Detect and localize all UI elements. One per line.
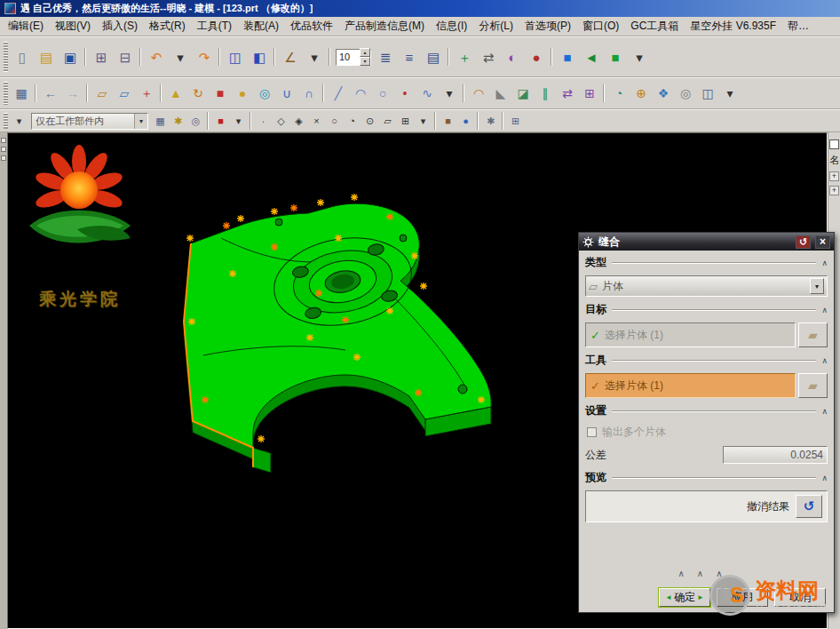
measure-dropdown-caret[interactable]: ▾ xyxy=(303,45,326,68)
undo-icon[interactable]: ↶ xyxy=(145,45,168,68)
toolbar-grip[interactable] xyxy=(4,113,8,129)
collapse-chevron-icon[interactable]: ∧ xyxy=(821,306,828,314)
save-icon[interactable]: ▣ xyxy=(59,45,82,68)
gear-icon[interactable]: ✱ xyxy=(482,113,499,130)
menu-item[interactable]: 窗口(O) xyxy=(577,17,624,36)
csys-icon[interactable]: ＋ xyxy=(136,83,157,104)
snap-quadrant-icon[interactable]: ◔ xyxy=(344,113,361,130)
menu-item[interactable]: GC工具箱 xyxy=(625,17,684,36)
stop-selection-icon[interactable]: ■ xyxy=(212,113,229,130)
snap-caret[interactable]: ▾ xyxy=(415,113,432,130)
history-book-icon[interactable]: ◫ xyxy=(224,45,247,68)
snap-point-icon[interactable]: ∙ xyxy=(255,113,272,130)
hole-icon[interactable]: ◎ xyxy=(254,83,275,104)
menu-item[interactable]: 首选项(P) xyxy=(519,17,576,36)
dock-marker-icon[interactable] xyxy=(1,155,6,161)
snap-grid-icon[interactable]: ⊞ xyxy=(397,113,414,130)
block-icon[interactable]: ■ xyxy=(210,83,231,104)
snap-midpoint-icon[interactable]: ◈ xyxy=(290,113,307,130)
layer-spin-buttons[interactable]: ▴▾ xyxy=(360,48,370,66)
line-icon[interactable]: ╱ xyxy=(328,83,349,104)
gear-icon[interactable] xyxy=(582,236,594,248)
spin-up-icon[interactable]: ▴ xyxy=(360,48,370,57)
layer-category-icon[interactable]: ≡ xyxy=(398,45,421,68)
mirror-icon[interactable]: ⇄ xyxy=(557,83,578,104)
datum-csys-icon[interactable]: ＋ xyxy=(453,45,476,68)
menu-item[interactable]: 优品软件 xyxy=(285,17,338,36)
window-titlebar[interactable]: 遇 自己优秀，然后更骄傲的生活--明晓 - 建模 - [123.prt （修改的… xyxy=(0,0,840,17)
back-arrow-icon[interactable]: ← xyxy=(40,83,61,104)
type-dropdown[interactable]: ▱ 片体 ▾ xyxy=(585,275,828,297)
trim-body-icon[interactable]: ◪ xyxy=(512,83,534,104)
general-selection-icon[interactable]: ✱ xyxy=(170,113,186,130)
forward-arrow-icon[interactable]: → xyxy=(62,83,83,104)
output-multiple-checkbox[interactable] xyxy=(587,427,597,437)
swap-view-icon[interactable]: ⇄ xyxy=(477,45,500,68)
highlight-icon[interactable]: ◎ xyxy=(187,113,204,130)
snap-point-on-face-icon[interactable]: ▱ xyxy=(379,113,396,130)
menu-item[interactable]: 帮… xyxy=(782,17,814,36)
snap-center-icon[interactable]: ○ xyxy=(326,113,343,130)
wcs-icon[interactable]: ⊕ xyxy=(630,83,652,104)
feature-more-caret[interactable]: ▾ xyxy=(719,83,741,104)
dialog-reset-button[interactable]: ↺ xyxy=(796,235,811,249)
type-filter-caret[interactable]: ▾ xyxy=(11,113,28,130)
revolve-icon[interactable]: ↻ xyxy=(187,83,209,104)
type-section-header[interactable]: 类型 ∧ xyxy=(585,255,828,270)
snap-point-on-curve-icon[interactable]: ⊙ xyxy=(361,113,378,130)
sew-icon[interactable]: ∥ xyxy=(535,83,556,104)
chamfer-icon[interactable]: ◣ xyxy=(490,83,511,104)
target-sheet-button[interactable]: ▰ xyxy=(798,322,828,347)
ok-button[interactable]: ◄ 确定 ► xyxy=(659,588,710,607)
snap-intersection-icon[interactable]: × xyxy=(308,113,325,130)
shaded-view-icon[interactable]: ◎ xyxy=(675,83,696,104)
toolbar-grip[interactable] xyxy=(4,82,8,105)
window-split-icon[interactable]: ◫ xyxy=(697,83,718,104)
layer-settings-icon[interactable]: ≣ xyxy=(374,45,397,68)
datum-plane-icon[interactable]: ▱ xyxy=(114,83,135,104)
target-select-row[interactable]: ✓ 选择片体 (1) xyxy=(585,322,796,347)
preview-section-header[interactable]: 预览 ∧ xyxy=(585,470,828,485)
menu-item[interactable]: 产品制造信息(M) xyxy=(339,17,430,36)
settings-section-header[interactable]: 设置 ∧ xyxy=(585,403,828,418)
pattern-icon[interactable]: ⊞ xyxy=(579,83,600,104)
menu-item[interactable]: 格式(R) xyxy=(144,17,191,36)
export-sheet-icon[interactable]: ⊟ xyxy=(114,45,137,68)
sphere-view-icon[interactable]: ● xyxy=(457,113,474,130)
dock-marker-icon[interactable] xyxy=(1,138,6,143)
dialog-close-button[interactable]: × xyxy=(815,235,830,249)
point-icon[interactable]: • xyxy=(394,83,416,104)
selection-scope-caret-icon[interactable]: ▾ xyxy=(134,114,147,129)
extrude-icon[interactable]: ▲ xyxy=(165,83,186,104)
toolbar-grip[interactable] xyxy=(4,42,8,72)
tool-section-header[interactable]: 工具 ∧ xyxy=(585,353,828,368)
expand-icon[interactable]: + xyxy=(829,171,839,181)
circle-icon[interactable]: ○ xyxy=(372,83,393,104)
snap-endpoint-icon[interactable]: ◇ xyxy=(273,113,289,130)
collapse-chevron-icon[interactable]: ∧ xyxy=(821,356,828,365)
curve-dropdown-caret[interactable]: ▾ xyxy=(439,83,460,104)
sheet-grid-icon[interactable]: ▦ xyxy=(11,83,32,104)
selection-scope-combo[interactable]: 仅在工作部件内 ▾ xyxy=(31,113,148,130)
spin-down-icon[interactable]: ▾ xyxy=(360,57,370,66)
view-cube-icon[interactable]: ❖ xyxy=(653,83,674,104)
tolerance-field[interactable]: 0.0254 xyxy=(723,446,828,464)
menu-item[interactable]: 信息(I) xyxy=(431,17,472,36)
display-mode-icon[interactable]: ■ xyxy=(556,45,579,68)
collapse-chevron-icon[interactable]: ∧ xyxy=(821,474,828,482)
more-commands-caret[interactable]: ▾ xyxy=(628,45,651,68)
start-app-icon[interactable]: ■ xyxy=(604,45,627,68)
command-finder-icon[interactable]: ◧ xyxy=(248,45,271,68)
menu-item[interactable]: 视图(V) xyxy=(50,17,96,36)
solid-cube-icon[interactable]: ■ xyxy=(440,113,456,130)
spline-icon[interactable]: ∿ xyxy=(416,83,438,104)
menu-item[interactable]: 工具(T) xyxy=(192,17,237,36)
grid-display-icon[interactable]: ⊞ xyxy=(507,113,524,130)
sketch-icon[interactable]: ▱ xyxy=(91,83,113,104)
resource-bar-toggle-icon[interactable] xyxy=(829,139,839,149)
arc-icon[interactable]: ◠ xyxy=(350,83,371,104)
sew-dialog-titlebar[interactable]: 缝合 ↺ × xyxy=(579,233,834,251)
layer-spinbox[interactable]: 10 ▴▾ xyxy=(336,49,371,66)
collapse-chevron-icon[interactable]: ∧ xyxy=(821,407,828,416)
copy-display-icon[interactable]: ⊞ xyxy=(90,45,113,68)
